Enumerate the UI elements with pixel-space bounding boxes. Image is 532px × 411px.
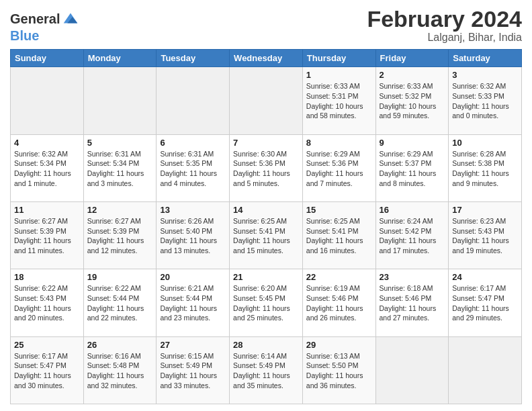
day-info: Sunrise: 6:25 AM Sunset: 5:41 PM Dayligh…	[233, 216, 299, 256]
day-number: 18	[14, 272, 80, 282]
day-number: 28	[233, 340, 299, 350]
day-number: 2	[380, 70, 445, 80]
day-info: Sunrise: 6:21 AM Sunset: 5:44 PM Dayligh…	[160, 283, 226, 323]
weekday-header-cell: Tuesday	[157, 50, 230, 67]
calendar-day-cell: 3Sunrise: 6:32 AM Sunset: 5:33 PM Daylig…	[449, 67, 522, 134]
calendar-day-cell	[375, 336, 449, 404]
calendar-day-cell: 11Sunrise: 6:27 AM Sunset: 5:39 PM Dayli…	[11, 202, 84, 269]
day-number: 8	[306, 138, 372, 148]
calendar-day-cell: 29Sunrise: 6:13 AM Sunset: 5:50 PM Dayli…	[302, 336, 375, 404]
day-info: Sunrise: 6:18 AM Sunset: 5:46 PM Dayligh…	[380, 283, 445, 323]
calendar-day-cell: 4Sunrise: 6:32 AM Sunset: 5:34 PM Daylig…	[11, 134, 84, 201]
logo-text-blue: Blue	[10, 28, 39, 43]
weekday-header-cell: Wednesday	[230, 50, 303, 67]
logo-text-general: General	[10, 11, 60, 26]
logo-icon	[61, 9, 80, 28]
day-info: Sunrise: 6:26 AM Sunset: 5:40 PM Dayligh…	[160, 216, 226, 256]
calendar-table: SundayMondayTuesdayWednesdayThursdayFrid…	[10, 49, 522, 404]
weekday-header-cell: Friday	[375, 50, 449, 67]
calendar-day-cell: 21Sunrise: 6:20 AM Sunset: 5:45 PM Dayli…	[230, 269, 303, 336]
calendar-day-cell: 13Sunrise: 6:26 AM Sunset: 5:40 PM Dayli…	[157, 202, 230, 269]
day-info: Sunrise: 6:19 AM Sunset: 5:46 PM Dayligh…	[306, 283, 372, 323]
day-number: 5	[87, 138, 153, 148]
day-info: Sunrise: 6:27 AM Sunset: 5:39 PM Dayligh…	[87, 216, 153, 256]
calendar-day-cell: 9Sunrise: 6:29 AM Sunset: 5:37 PM Daylig…	[375, 134, 449, 201]
day-info: Sunrise: 6:22 AM Sunset: 5:43 PM Dayligh…	[14, 283, 80, 323]
day-info: Sunrise: 6:31 AM Sunset: 5:34 PM Dayligh…	[87, 149, 153, 189]
day-number: 10	[452, 138, 518, 148]
day-number: 22	[306, 272, 372, 282]
day-number: 6	[160, 138, 226, 148]
calendar-week-row: 1Sunrise: 6:33 AM Sunset: 5:31 PM Daylig…	[11, 67, 522, 134]
header: General Blue February 2024 Lalganj, Biha…	[10, 7, 522, 44]
day-info: Sunrise: 6:28 AM Sunset: 5:38 PM Dayligh…	[452, 149, 518, 189]
calendar-day-cell	[449, 336, 522, 404]
calendar-week-row: 18Sunrise: 6:22 AM Sunset: 5:43 PM Dayli…	[11, 269, 522, 336]
day-info: Sunrise: 6:15 AM Sunset: 5:49 PM Dayligh…	[160, 351, 226, 391]
calendar-day-cell: 17Sunrise: 6:23 AM Sunset: 5:43 PM Dayli…	[449, 202, 522, 269]
day-info: Sunrise: 6:22 AM Sunset: 5:44 PM Dayligh…	[87, 283, 153, 323]
weekday-header-row: SundayMondayTuesdayWednesdayThursdayFrid…	[11, 50, 522, 67]
day-info: Sunrise: 6:32 AM Sunset: 5:33 PM Dayligh…	[452, 81, 518, 121]
calendar-day-cell	[83, 67, 157, 134]
day-info: Sunrise: 6:25 AM Sunset: 5:41 PM Dayligh…	[306, 216, 372, 256]
day-info: Sunrise: 6:29 AM Sunset: 5:37 PM Dayligh…	[380, 149, 445, 189]
day-number: 9	[380, 138, 445, 148]
day-number: 19	[87, 272, 153, 282]
day-info: Sunrise: 6:32 AM Sunset: 5:34 PM Dayligh…	[14, 149, 80, 189]
day-number: 16	[380, 205, 445, 215]
day-number: 21	[233, 272, 299, 282]
day-number: 12	[87, 205, 153, 215]
day-number: 23	[380, 272, 445, 282]
calendar-day-cell	[230, 67, 303, 134]
day-info: Sunrise: 6:27 AM Sunset: 5:39 PM Dayligh…	[14, 216, 80, 256]
calendar-day-cell: 1Sunrise: 6:33 AM Sunset: 5:31 PM Daylig…	[302, 67, 375, 134]
calendar-day-cell: 20Sunrise: 6:21 AM Sunset: 5:44 PM Dayli…	[157, 269, 230, 336]
day-info: Sunrise: 6:13 AM Sunset: 5:50 PM Dayligh…	[306, 351, 372, 391]
day-info: Sunrise: 6:24 AM Sunset: 5:42 PM Dayligh…	[380, 216, 445, 256]
day-info: Sunrise: 6:23 AM Sunset: 5:43 PM Dayligh…	[452, 216, 518, 256]
calendar-day-cell: 22Sunrise: 6:19 AM Sunset: 5:46 PM Dayli…	[302, 269, 375, 336]
calendar-day-cell	[157, 67, 230, 134]
weekday-header-cell: Monday	[83, 50, 157, 67]
calendar-week-row: 25Sunrise: 6:17 AM Sunset: 5:47 PM Dayli…	[11, 336, 522, 404]
calendar-day-cell: 27Sunrise: 6:15 AM Sunset: 5:49 PM Dayli…	[157, 336, 230, 404]
calendar-day-cell: 15Sunrise: 6:25 AM Sunset: 5:41 PM Dayli…	[302, 202, 375, 269]
day-number: 7	[233, 138, 299, 148]
calendar-title: February 2024	[367, 7, 522, 32]
calendar-day-cell: 6Sunrise: 6:31 AM Sunset: 5:35 PM Daylig…	[157, 134, 230, 201]
calendar-body: 1Sunrise: 6:33 AM Sunset: 5:31 PM Daylig…	[11, 67, 522, 404]
day-info: Sunrise: 6:14 AM Sunset: 5:49 PM Dayligh…	[233, 351, 299, 391]
day-number: 27	[160, 340, 226, 350]
calendar-day-cell: 28Sunrise: 6:14 AM Sunset: 5:49 PM Dayli…	[230, 336, 303, 404]
day-info: Sunrise: 6:30 AM Sunset: 5:36 PM Dayligh…	[233, 149, 299, 189]
calendar-week-row: 4Sunrise: 6:32 AM Sunset: 5:34 PM Daylig…	[11, 134, 522, 201]
day-number: 25	[14, 340, 80, 350]
calendar-day-cell: 23Sunrise: 6:18 AM Sunset: 5:46 PM Dayli…	[375, 269, 449, 336]
calendar-day-cell: 24Sunrise: 6:17 AM Sunset: 5:47 PM Dayli…	[449, 269, 522, 336]
day-number: 15	[306, 205, 372, 215]
day-number: 4	[14, 138, 80, 148]
calendar-day-cell: 19Sunrise: 6:22 AM Sunset: 5:44 PM Dayli…	[83, 269, 157, 336]
day-number: 1	[306, 70, 372, 80]
day-info: Sunrise: 6:31 AM Sunset: 5:35 PM Dayligh…	[160, 149, 226, 189]
day-info: Sunrise: 6:33 AM Sunset: 5:31 PM Dayligh…	[306, 81, 372, 121]
day-info: Sunrise: 6:20 AM Sunset: 5:45 PM Dayligh…	[233, 283, 299, 323]
day-number: 17	[452, 205, 518, 215]
day-number: 13	[160, 205, 226, 215]
calendar-day-cell: 10Sunrise: 6:28 AM Sunset: 5:38 PM Dayli…	[449, 134, 522, 201]
calendar-day-cell: 8Sunrise: 6:29 AM Sunset: 5:36 PM Daylig…	[302, 134, 375, 201]
calendar-week-row: 11Sunrise: 6:27 AM Sunset: 5:39 PM Dayli…	[11, 202, 522, 269]
calendar-day-cell	[11, 67, 84, 134]
calendar-day-cell: 18Sunrise: 6:22 AM Sunset: 5:43 PM Dayli…	[11, 269, 84, 336]
day-info: Sunrise: 6:17 AM Sunset: 5:47 PM Dayligh…	[14, 351, 80, 391]
calendar-day-cell: 2Sunrise: 6:33 AM Sunset: 5:32 PM Daylig…	[375, 67, 449, 134]
calendar-day-cell: 16Sunrise: 6:24 AM Sunset: 5:42 PM Dayli…	[375, 202, 449, 269]
weekday-header-cell: Saturday	[449, 50, 522, 67]
day-number: 20	[160, 272, 226, 282]
day-info: Sunrise: 6:17 AM Sunset: 5:47 PM Dayligh…	[452, 283, 518, 323]
calendar-day-cell: 14Sunrise: 6:25 AM Sunset: 5:41 PM Dayli…	[230, 202, 303, 269]
day-info: Sunrise: 6:29 AM Sunset: 5:36 PM Dayligh…	[306, 149, 372, 189]
day-number: 14	[233, 205, 299, 215]
calendar-day-cell: 25Sunrise: 6:17 AM Sunset: 5:47 PM Dayli…	[11, 336, 84, 404]
